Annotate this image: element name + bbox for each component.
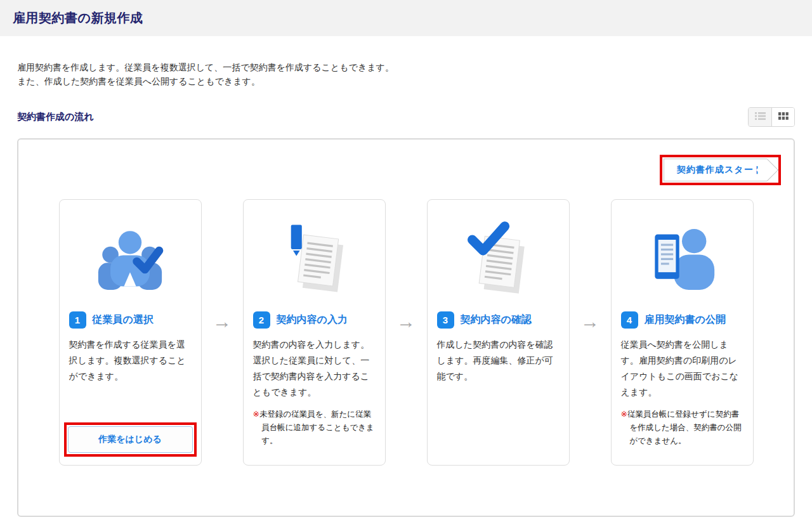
grid-view-icon bbox=[778, 112, 789, 123]
step-3-heading: 3 契約内容の確認 bbox=[437, 311, 560, 329]
view-toggle-group bbox=[748, 107, 795, 127]
step-3-description: 作成した契約書の内容を確認します。再度編集、修正が可能です。 bbox=[437, 337, 560, 384]
step-4-note-text: 従業員台帳に登録せずに契約書を作成した場合、契約書の公開ができません。 bbox=[627, 410, 741, 445]
step-4-description: 従業員へ契約書を公開します。雇用契約書の印刷用のレイアウトもこの画面でおこなえま… bbox=[621, 337, 743, 400]
action-button-annotation: 作業をはじめる bbox=[64, 422, 197, 457]
section-title: 契約書作成の流れ bbox=[17, 111, 94, 123]
step-1-description: 契約書を作成する従業員を選択します。複数選択することができます。 bbox=[69, 337, 192, 384]
step-3-badge: 3 bbox=[437, 311, 454, 329]
start-work-button[interactable]: 作業をはじめる bbox=[68, 426, 193, 453]
page-title: 雇用契約書の新規作成 bbox=[13, 10, 143, 27]
step-1-badge: 1 bbox=[69, 311, 86, 329]
step-1-title: 従業員の選択 bbox=[93, 313, 154, 327]
intro-line-1: 雇用契約書を作成します。従業員を複数選択して、一括で契約書を作成することもできま… bbox=[17, 60, 795, 74]
intro-text: 雇用契約書を作成します。従業員を複数選択して、一括で契約書を作成することもできま… bbox=[17, 60, 795, 88]
arrow-right-icon: → bbox=[570, 312, 611, 331]
step-card-4: 4 雇用契約書の公開 従業員へ契約書を公開します。雇用契約書の印刷用のレイアウト… bbox=[611, 199, 754, 466]
chevron-right-icon bbox=[756, 159, 778, 181]
step-2-description: 契約書の内容を入力します。選択した従業員に対して、一括で契約書内容を入力すること… bbox=[253, 337, 376, 400]
note-marker: ※ bbox=[253, 410, 259, 419]
step-2-badge: 2 bbox=[253, 311, 270, 329]
step-4-badge: 4 bbox=[621, 311, 638, 329]
person-phone-icon bbox=[621, 200, 743, 309]
step-card-1: 1 従業員の選択 契約書を作成する従業員を選択します。複数選択することができます… bbox=[59, 199, 202, 466]
step-2-note-text: 未登録の従業員を、新たに従業員台帳に追加することもできます。 bbox=[259, 410, 374, 445]
list-view-icon bbox=[755, 112, 766, 123]
step-card-2: 2 契約内容の入力 契約書の内容を入力します。選択した従業員に対して、一括で契約… bbox=[243, 199, 386, 466]
step-2-note: ※未登録の従業員を、新たに従業員台帳に追加することもできます。 bbox=[253, 408, 376, 448]
arrow-right-icon: → bbox=[386, 312, 427, 331]
steps-row: 1 従業員の選択 契約書を作成する従業員を選択します。複数選択することができます… bbox=[18, 140, 794, 466]
document-pen-icon bbox=[253, 200, 376, 309]
step-3-title: 契約内容の確認 bbox=[461, 313, 532, 327]
note-marker: ※ bbox=[621, 410, 627, 419]
intro-line-2: また、作成した契約書を従業員へ公開することもできます。 bbox=[17, 74, 795, 88]
step-4-heading: 4 雇用契約書の公開 bbox=[621, 311, 743, 329]
step-1-heading: 1 従業員の選択 bbox=[69, 311, 192, 329]
page-header: 雇用契約書の新規作成 bbox=[0, 0, 812, 36]
list-view-button[interactable] bbox=[749, 108, 771, 126]
grid-view-button[interactable] bbox=[771, 108, 794, 126]
start-button-label: 契約書作成スタート bbox=[677, 164, 763, 176]
document-check-icon bbox=[437, 200, 560, 309]
contract-create-start-button[interactable]: 契約書作成スタート bbox=[664, 159, 767, 181]
step-2-title: 契約内容の入力 bbox=[277, 313, 348, 327]
flow-panel: 契約書作成スタート bbox=[17, 138, 795, 517]
section-row: 契約書作成の流れ bbox=[17, 107, 795, 127]
start-button-annotation: 契約書作成スタート bbox=[660, 155, 781, 185]
arrow-right-icon: → bbox=[202, 312, 243, 331]
step-2-heading: 2 契約内容の入力 bbox=[253, 311, 376, 329]
step-4-note: ※従業員台帳に登録せずに契約書を作成した場合、契約書の公開ができません。 bbox=[621, 408, 743, 448]
main-content: 雇用契約書を作成します。従業員を複数選択して、一括で契約書を作成することもできま… bbox=[0, 60, 812, 517]
step-card-3: 3 契約内容の確認 作成した契約書の内容を確認します。再度編集、修正が可能です。 bbox=[427, 199, 570, 466]
step-4-title: 雇用契約書の公開 bbox=[645, 313, 726, 327]
employees-check-icon bbox=[69, 200, 192, 309]
